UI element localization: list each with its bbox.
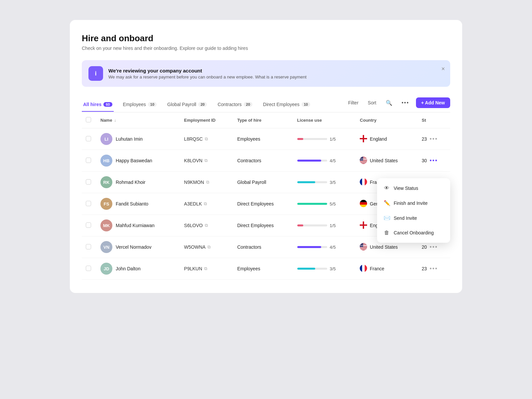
svg-rect-14 [360,162,367,162]
flag-icon [360,178,367,187]
select-all-checkbox[interactable] [86,117,91,122]
copy-icon[interactable]: ⧉ [204,266,207,271]
svg-text:HB: HB [103,158,110,163]
progress-fill [297,160,321,162]
license-bar: 3/5 [297,180,352,185]
svg-rect-10 [360,157,367,158]
svg-text:★★★★★★: ★★★★★★ [360,158,367,160]
employee-name: Mahfud Kurniawan [116,223,155,228]
dropdown-item[interactable]: ✉️ Send Invite [377,210,450,225]
copy-icon[interactable]: ⧉ [204,201,207,206]
country-cell: ★★★★★★ United States [360,243,414,251]
table-row: HB Happy Baswedan K8LOVN ⧉ Contractors 4… [82,150,450,172]
flag-icon: ★★★★★★ [360,243,367,251]
tab-global-payroll[interactable]: Global Payroll 20 [166,98,208,112]
emp-id-cell: A3EDLK ⧉ [184,201,229,206]
emp-id-cell: K8LOVN ⧉ [184,158,229,163]
row-checkbox[interactable] [86,222,91,228]
emp-id-cell: L8RQSC ⧉ [184,136,229,142]
flag-icon [360,135,367,143]
row-checkbox[interactable] [86,136,91,141]
status-value: 23 [422,136,427,142]
copy-icon[interactable]: ⧉ [205,136,208,142]
tab-contractors[interactable]: Contractors 20 [216,98,254,112]
copy-icon[interactable]: ⧉ [204,158,207,163]
row-more-button[interactable]: ••• [430,136,438,143]
dropdown-item-icon: 👁 [384,185,390,191]
avatar: VN [100,241,112,253]
copy-icon[interactable]: ⧉ [206,180,209,185]
employee-name: Vercel Normadov [116,244,151,250]
avatar: MK [100,219,112,231]
emp-id: K8LOVN [184,158,202,163]
col-country: Country [356,112,418,128]
employee-name: John Dalton [116,266,141,271]
emp-id: P9LKUN [184,266,202,271]
dropdown-item-icon: ✏️ [384,200,390,206]
table-row: JD John Dalton P9LKUN ⧉ Employees 3/5 [82,258,450,280]
banner-close-button[interactable]: × [441,66,445,72]
progress-fill [297,181,315,183]
hires-table: Name ↓ Employment ID Type of hire Licens… [82,112,450,280]
hire-type: Contractors [233,150,293,172]
search-button[interactable]: 🔍 [383,98,395,107]
more-options-button[interactable]: ••• [399,98,412,107]
svg-rect-51 [360,265,362,272]
add-new-button[interactable]: + Add New [416,97,450,108]
emp-id: L8RQSC [184,136,203,142]
flag-icon [360,200,367,208]
status-value: 23 [422,266,427,271]
emp-id-cell: W5OWNA ⧉ [184,244,229,250]
row-checkbox[interactable] [86,201,91,206]
svg-rect-29 [360,204,367,207]
filter-button[interactable]: Filter [345,99,361,107]
row-checkbox[interactable] [86,244,91,249]
emp-id: N9KMON [184,180,204,185]
country-cell: ★★★★★★ United States [360,157,414,165]
hire-type: Global Payroll [233,172,293,193]
tab-employees[interactable]: Employees 10 [122,98,158,112]
row-more-button[interactable]: ••• [430,244,438,251]
svg-rect-45 [360,249,367,250]
license-bar: 1/5 [297,223,352,228]
row-checkbox[interactable] [86,179,91,185]
hire-type: Direct Employees [233,215,293,236]
avatar: LI [100,133,112,145]
tab-all-hires[interactable]: All hires 60 [82,98,114,112]
row-more-button[interactable]: ••• [430,157,438,164]
progress-fill [297,203,327,205]
svg-rect-15 [360,163,367,163]
tab-direct-employees[interactable]: Direct Employees 10 [262,98,312,112]
dropdown-item-label: Send Invite [394,215,417,221]
employee-name: Rohmad Khoir [116,180,146,185]
dropdown-item[interactable]: ✏️ Finish and Invite [377,196,450,210]
copy-icon[interactable]: ⧉ [207,244,210,250]
dropdown-item[interactable]: 🗑 Cancel Onboarding [377,225,450,240]
svg-rect-22 [362,178,365,186]
country-name: United States [370,244,398,250]
sort-name-icon[interactable]: ↓ [114,118,116,123]
row-checkbox[interactable] [86,266,91,271]
dropdown-item[interactable]: 👁 View Status [377,181,450,196]
svg-rect-28 [360,202,367,204]
context-menu: 👁 View Status✏️ Finish and Invite✉️ Send… [377,178,450,243]
svg-text:JD: JD [104,266,109,271]
progress-label: 4/5 [330,158,336,163]
flag-icon [360,221,367,230]
progress-fill [297,268,315,270]
hire-type: Employees [233,128,293,150]
employee-name: Happy Baswedan [116,158,152,163]
svg-text:RK: RK [103,180,110,185]
row-more-button[interactable]: ••• [430,265,438,272]
svg-text:MK: MK [103,223,110,228]
row-checkbox[interactable] [86,158,91,163]
emp-id-cell: N9KMON ⧉ [184,180,229,185]
table-row: LI Luhutan Imin L8RQSC ⧉ Employees 1/5 [82,128,450,150]
tabs-actions: Filter Sort 🔍 ••• + Add New [345,97,450,112]
dropdown-item-icon: ✉️ [384,215,390,221]
progress-fill [297,246,321,248]
progress-label: 3/5 [330,266,336,271]
copy-icon[interactable]: ⧉ [205,223,208,228]
tabs-row: All hires 60 Employees 10 Global Payroll… [82,97,450,112]
sort-button[interactable]: Sort [365,99,379,107]
